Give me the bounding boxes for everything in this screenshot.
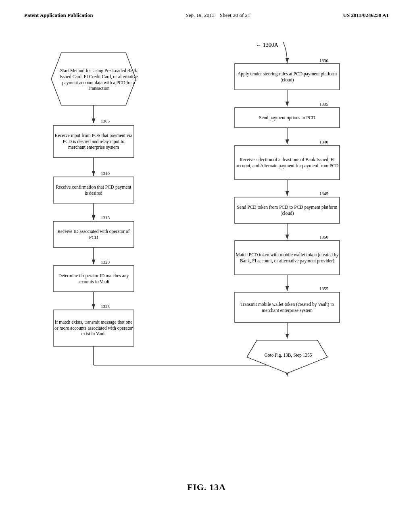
header-left: Patent Application Publication: [24, 12, 93, 19]
figure-label: FIG. 13A: [24, 482, 389, 493]
svg-text:1320: 1320: [101, 260, 110, 264]
svg-text:1345: 1345: [319, 191, 329, 196]
svg-text:1340: 1340: [319, 139, 329, 144]
svg-text:1325: 1325: [101, 304, 110, 309]
flowchart: ← 1300A Start Method for Using Pre-Loade…: [33, 35, 380, 470]
header-right: US 2013/0246258 A1: [343, 12, 389, 19]
svg-text:1355: 1355: [319, 286, 329, 291]
header-center: Sep. 19, 2013 Sheet 20 of 21: [186, 12, 250, 19]
svg-text:1310: 1310: [101, 171, 110, 176]
svg-text:1335: 1335: [319, 102, 329, 106]
page: Patent Application Publication Sep. 19, …: [0, 0, 413, 532]
svg-text:1305: 1305: [101, 118, 110, 123]
page-header: Patent Application Publication Sep. 19, …: [24, 12, 389, 19]
svg-text:1315: 1315: [101, 215, 110, 220]
svg-text:1330: 1330: [319, 58, 329, 63]
svg-text:← 1300A: ← 1300A: [256, 42, 279, 48]
svg-text:1350: 1350: [319, 235, 329, 239]
